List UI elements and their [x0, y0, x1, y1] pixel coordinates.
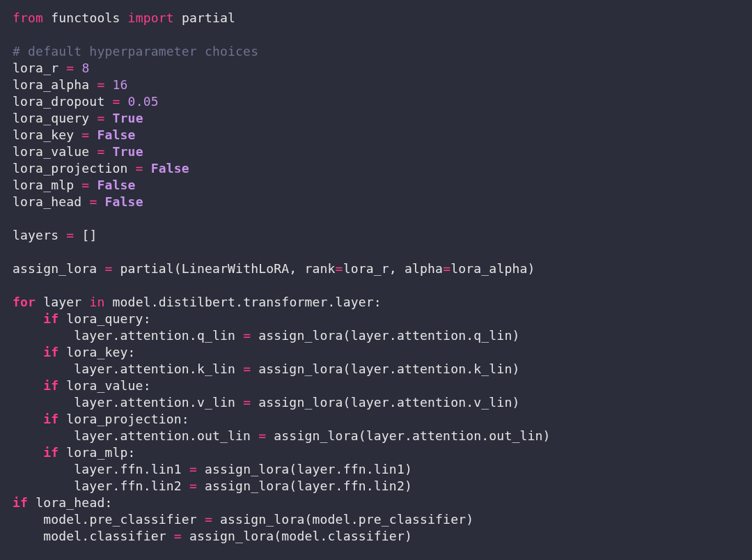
condition: lora_query: — [66, 311, 150, 326]
bool-literal: False — [97, 178, 135, 192]
call-arg: lora_r, alpha — [343, 261, 443, 276]
assign-rhs: assign_lora(layer.ffn.lin2) — [205, 479, 412, 493]
var-name: layers — [13, 228, 58, 242]
kw-if: if — [43, 311, 58, 326]
assign-rhs: assign_lora(layer.attention.v_lin) — [258, 395, 519, 410]
var-name: lora_alpha — [13, 77, 89, 92]
condition: lora_head: — [36, 495, 112, 510]
assign-lhs: layer.ffn.lin2 — [74, 479, 182, 493]
var-name: lora_value — [13, 144, 89, 159]
kw-import: import — [128, 10, 174, 25]
var-name: assign_lora — [13, 261, 97, 276]
kw-if: if — [43, 445, 58, 460]
var-name: lora_mlp — [13, 178, 74, 192]
bool-literal: False — [97, 127, 135, 142]
kw-if: if — [13, 495, 28, 510]
call-arg: lora_alpha) — [451, 261, 535, 276]
bool-literal: True — [113, 144, 143, 159]
iterable: model.distilbert.transformer.layer: — [113, 295, 382, 309]
assign-rhs: assign_lora(layer.ffn.lin1) — [205, 462, 412, 476]
assign-lhs: layer.attention.q_lin — [74, 328, 235, 343]
var-name: lora_projection — [13, 161, 128, 176]
bool-literal: True — [113, 111, 143, 125]
number-literal: 16 — [113, 77, 128, 92]
assign-rhs: assign_lora(layer.attention.q_lin) — [258, 328, 519, 343]
var-name: lora_dropout — [13, 94, 104, 109]
number-literal: 8 — [81, 61, 89, 75]
condition: lora_value: — [66, 378, 150, 393]
kw-in: in — [89, 295, 104, 309]
assign-lhs: layer.ffn.lin1 — [74, 462, 182, 476]
kw-for: for — [13, 295, 36, 309]
bool-literal: False — [104, 194, 143, 209]
assign-lhs: layer.attention.v_lin — [74, 395, 235, 410]
kw-if: if — [43, 345, 58, 359]
kw-if: if — [43, 378, 58, 393]
list-literal: [] — [81, 228, 97, 242]
kw-from: from — [13, 10, 43, 25]
condition: lora_projection: — [66, 412, 189, 426]
var-name: lora_r — [13, 61, 58, 75]
bool-literal: False — [151, 161, 189, 176]
module-name: functools — [51, 10, 120, 25]
call-expression: partial(LinearWithLoRA, rank — [120, 261, 336, 276]
code-block: from functools import partial # default … — [0, 0, 752, 554]
comment: # default hyperparameter choices — [13, 44, 258, 59]
var-name: lora_query — [13, 111, 89, 125]
assign-lhs: model.pre_classifier — [43, 512, 197, 527]
assign-lhs: model.classifier — [43, 529, 166, 543]
condition: lora_mlp: — [66, 445, 135, 460]
assign-lhs: layer.attention.out_lin — [74, 428, 251, 443]
var-name: lora_head — [13, 194, 81, 209]
assign-rhs: assign_lora(layer.attention.out_lin) — [274, 428, 550, 443]
var-name: lora_key — [13, 127, 74, 142]
imported-name: partial — [182, 10, 235, 25]
number-literal: 0.05 — [128, 94, 159, 109]
loop-var: layer — [43, 295, 81, 309]
kw-if: if — [43, 412, 58, 426]
assign-rhs: assign_lora(model.classifier) — [189, 529, 412, 543]
assign-rhs: assign_lora(layer.attention.k_lin) — [258, 361, 519, 376]
assign-rhs: assign_lora(model.pre_classifier) — [220, 512, 473, 527]
assign-lhs: layer.attention.k_lin — [74, 361, 235, 376]
condition: lora_key: — [66, 345, 135, 359]
